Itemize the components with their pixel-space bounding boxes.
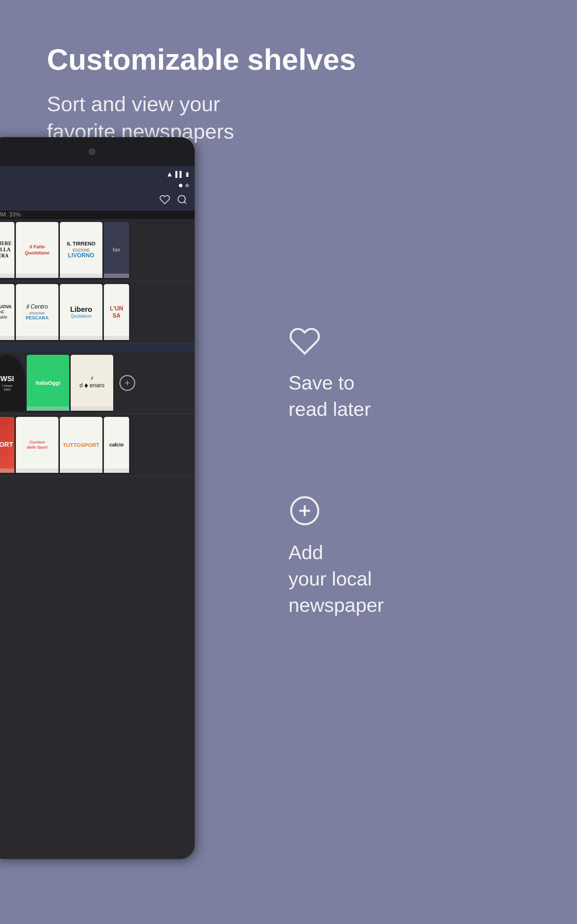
toolbar-heart-icon[interactable] [160, 194, 170, 205]
heart-annotation-icon [288, 325, 321, 359]
heart-icon [288, 325, 321, 357]
newspaper-card-unione[interactable]: L'UNSA [104, 284, 129, 340]
pagination-dots [0, 182, 195, 189]
newspaper-card-ilcentro[interactable]: il Centro EDIZIONE PESCARA [16, 284, 58, 340]
newspaper-card-lanuova[interactable]: A NUOVANESSARI [0, 284, 15, 340]
page-container: Customizable shelves Sort and view your … [0, 0, 577, 924]
annotation-add: Add your local newspaper [288, 494, 541, 618]
newspaper-card-sport[interactable]: SPORT [0, 417, 15, 473]
battery-icon: ▮ [186, 171, 189, 178]
newspaper-card-wsi[interactable]: WSI l Streetitalia [0, 355, 25, 411]
page-title: Customizable shelves [47, 43, 530, 76]
right-panel: Save to read later Add your local newspa… [288, 325, 541, 690]
hum-indicator: HUM. 33% [0, 210, 195, 219]
signal-icon: ▌▌ [175, 171, 184, 178]
tablet-device: ▲ ▌▌ ▮ [0, 137, 206, 924]
newspaper-shelf-1: RRIEREDELLASERA il FattoQuotidiano IL TI… [0, 219, 195, 281]
action-bar-right [160, 194, 187, 205]
annotation-save: Save to read later [288, 325, 541, 422]
wifi-icon: ▲ [166, 170, 174, 178]
dot-1 [179, 184, 182, 187]
dot-2 [185, 184, 189, 187]
tablet-screen: RRIEREDELLASERA il FattoQuotidiano IL TI… [0, 219, 195, 476]
status-bar: ▲ ▌▌ ▮ [0, 166, 195, 182]
newspaper-card-libero[interactable]: Libero Quotidiano [60, 284, 102, 340]
toolbar-search-icon[interactable] [177, 194, 187, 205]
newspaper-shelf-3: WSI l Streetitalia ItaliaOggi il d♦enaro [0, 352, 195, 414]
tablet-bezel [0, 137, 195, 166]
newspaper-card-fatto[interactable]: il FattoQuotidiano [16, 222, 58, 278]
tablet-outer: ▲ ▌▌ ▮ [0, 137, 195, 859]
add-newspaper-text: Add your local newspaper [288, 539, 384, 618]
newspaper-card-italiaoggi[interactable]: ItaliaOggi [27, 355, 69, 411]
header-section: Customizable shelves Sort and view your … [47, 43, 530, 145]
newspaper-shelf-2: A NUOVANESSARI il Centro EDIZIONE PESCAR… [0, 281, 195, 343]
newspaper-card-corriere[interactable]: RRIEREDELLASERA [0, 222, 15, 278]
newspaper-card-cds[interactable]: Corrieredello Sport [16, 417, 58, 473]
status-icons: ▲ ▌▌ ▮ [166, 170, 189, 178]
plus-circle-annotation-icon [288, 494, 321, 528]
newspaper-shelf-4: SPORT Corrieredello Sport TUTTOSPORT [0, 414, 195, 476]
newspaper-card-tuttosport[interactable]: TUTTOSPORT [60, 417, 102, 473]
page-subtitle: Sort and view your favorite newspapers [47, 90, 530, 145]
newspaper-card-fan[interactable]: fan [104, 222, 129, 278]
newspaper-card-tirreno[interactable]: IL TIRRENO EDIZIONE LIVORNO [60, 222, 102, 278]
plus-circle-icon [288, 494, 321, 527]
tablet-camera [89, 149, 95, 155]
newspaper-card-calcio[interactable]: calcio [104, 417, 129, 473]
newspaper-card-denaro[interactable]: il d♦enaro [71, 355, 113, 411]
action-bar [0, 189, 195, 210]
shelf-number: 6) [0, 343, 195, 352]
newspaper-card-add[interactable]: + [115, 355, 140, 411]
save-later-text: Save to read later [288, 370, 371, 422]
svg-point-0 [178, 195, 185, 202]
